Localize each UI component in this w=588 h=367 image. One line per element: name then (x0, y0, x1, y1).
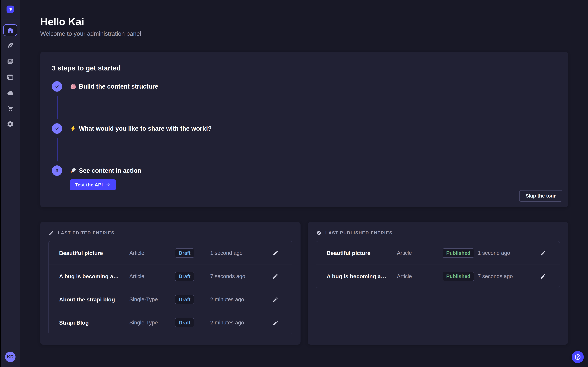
entry-updated-time: 1 second ago (210, 250, 272, 256)
entry-row: Strapi Blog Single-Type Draft 2 minutes … (49, 311, 292, 334)
status-badge: Draft (175, 295, 194, 304)
entry-updated-time: 1 second ago (478, 250, 540, 256)
edit-entry-button[interactable] (540, 250, 549, 256)
marketplace-cart-icon (7, 105, 14, 112)
edit-entry-button[interactable] (272, 297, 282, 303)
step-label: Build the content structure (79, 83, 158, 90)
entry-title: Beautiful picture (327, 250, 397, 256)
step-done-marker (52, 81, 62, 92)
step-label: See content in action (79, 167, 141, 174)
entry-title: A bug is becoming a… (59, 273, 129, 280)
check-circle-icon (316, 230, 321, 235)
page-header: Hello Kai Welcome to your administration… (40, 16, 568, 37)
entry-updated-time: 2 minutes ago (210, 319, 272, 326)
sidebar-bottom: KD (1, 347, 20, 367)
entry-row: A bug is becoming a… Article Draft 7 sec… (49, 265, 292, 288)
sidebar-item-cloud[interactable] (3, 87, 17, 99)
main-content: Hello Kai Welcome to your administration… (20, 0, 588, 367)
step-connector (57, 138, 58, 161)
last-edited-panel: LAST EDITED ENTRIES Beautiful picture Ar… (40, 222, 301, 345)
feather-pen-icon (7, 42, 14, 50)
entry-row: Beautiful picture Article Draft 1 second… (49, 242, 292, 265)
content-manager-icon (7, 74, 14, 81)
pencil-icon (272, 273, 278, 279)
arrow-right-icon (106, 182, 111, 187)
help-button[interactable] (572, 351, 584, 363)
panel-title: LAST EDITED ENTRIES (58, 231, 114, 235)
status-badge: Draft (175, 272, 194, 281)
step-number-marker: 3 (52, 165, 62, 176)
status-badge: Published (443, 272, 474, 281)
sidebar: KD (1, 0, 20, 367)
published-entries-table: Beautiful picture Article Published 1 se… (316, 241, 560, 288)
strapi-logo-glyph (8, 7, 13, 12)
tour-steps: Build the content structure (52, 81, 556, 190)
edit-entry-button[interactable] (272, 250, 282, 256)
step-done-marker (52, 123, 62, 134)
cloud-icon (7, 89, 14, 96)
question-circle-icon (574, 354, 581, 360)
brain-emoji (70, 83, 77, 90)
entry-panels: LAST EDITED ENTRIES Beautiful picture Ar… (40, 222, 568, 345)
tour-step-2: What would you like to share with the wo… (52, 123, 556, 165)
panel-title: LAST PUBLISHED ENTRIES (325, 231, 392, 235)
pencil-icon (272, 320, 278, 326)
entry-title: About the strapi blog (59, 296, 129, 303)
entry-type: Single-Type (129, 319, 175, 326)
pencil-icon (540, 250, 546, 256)
avatar[interactable]: KD (5, 352, 16, 362)
entry-row: Beautiful picture Article Published 1 se… (316, 242, 560, 265)
pencil-icon (272, 250, 278, 256)
sidebar-divider (1, 347, 20, 347)
sidebar-item-home[interactable] (3, 24, 17, 36)
edit-entry-button[interactable] (272, 273, 282, 279)
tour-step-1: Build the content structure (52, 81, 556, 123)
pencil-icon (272, 297, 278, 303)
edit-entry-button[interactable] (272, 320, 282, 326)
get-started-card: 3 steps to get started (40, 52, 568, 207)
entry-type: Article (129, 250, 175, 256)
entry-title: Strapi Blog (59, 319, 129, 326)
tour-title: 3 steps to get started (52, 64, 556, 72)
entry-updated-time: 7 seconds ago (210, 273, 272, 279)
sidebar-item-content-type-builder[interactable] (3, 40, 17, 52)
last-published-panel: LAST PUBLISHED ENTRIES Beautiful picture… (308, 222, 568, 345)
sidebar-item-content-manager[interactable] (3, 71, 17, 83)
entry-type: Article (397, 250, 443, 256)
sidebar-item-settings[interactable] (3, 118, 17, 130)
entry-updated-time: 2 minutes ago (210, 296, 272, 303)
pencil-icon (540, 273, 546, 279)
sidebar-nav (3, 20, 17, 130)
sidebar-item-media-library[interactable] (3, 55, 17, 67)
status-badge: Draft (175, 248, 194, 258)
step-number: 3 (56, 168, 59, 174)
entry-type: Article (129, 273, 175, 279)
sidebar-item-marketplace[interactable] (3, 102, 17, 115)
strapi-logo[interactable] (7, 6, 14, 13)
status-badge: Published (443, 248, 474, 258)
edited-entries-table: Beautiful picture Article Draft 1 second… (48, 241, 292, 334)
check-icon (54, 126, 60, 131)
check-icon (54, 84, 60, 89)
media-library-icon (7, 58, 14, 65)
page-subtitle: Welcome to your administration panel (40, 30, 568, 37)
strapi-admin-screen: KD Hello Kai Welcome to your administrat… (0, 0, 588, 367)
entry-title: A bug is becoming a… (327, 273, 397, 280)
zap-emoji (70, 125, 77, 132)
skip-tour-button[interactable]: Skip the tour (519, 190, 562, 202)
tour-step-3: 3 (52, 165, 556, 190)
rocket-emoji (70, 167, 77, 174)
status-badge: Draft (175, 318, 194, 327)
entry-title: Beautiful picture (59, 250, 129, 256)
home-icon (7, 27, 14, 34)
entry-type: Single-Type (129, 296, 175, 303)
pencil-icon (49, 230, 54, 235)
page-title: Hello Kai (40, 16, 568, 28)
entry-row: A bug is becoming a… Article Published 7… (316, 265, 560, 288)
settings-gear-icon (7, 121, 14, 128)
step-label: What would you like to share with the wo… (79, 125, 212, 132)
test-api-button[interactable]: Test the API (70, 179, 116, 190)
edit-entry-button[interactable] (540, 273, 549, 279)
step-connector (57, 96, 58, 119)
entry-updated-time: 7 seconds ago (478, 273, 540, 279)
